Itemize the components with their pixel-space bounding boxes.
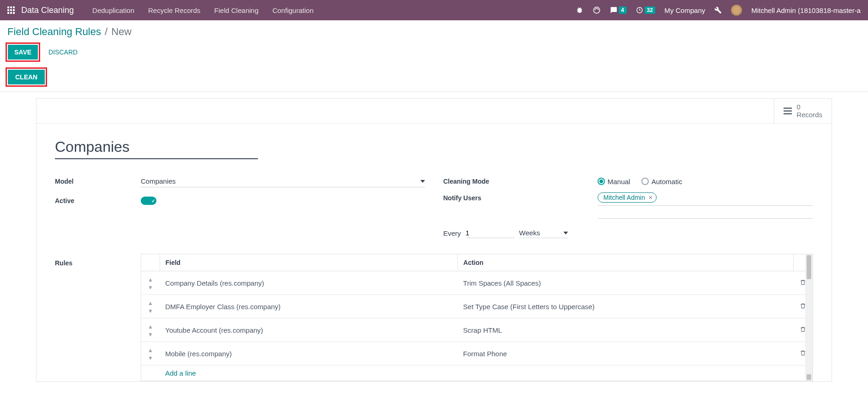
drag-handle-icon[interactable]: ▲▼ <box>148 276 153 291</box>
rules-header-row: Field Action <box>141 254 813 271</box>
interval-unit-value: Weeks <box>519 229 540 237</box>
cleaning-mode-radio-group: Manual Automatic <box>598 178 682 186</box>
breadcrumb: Field Cleaning Rules / New <box>0 20 868 41</box>
mode-automatic-label: Automatic <box>652 178 682 186</box>
add-line-link[interactable]: Add a line <box>165 369 196 377</box>
rule-action-cell[interactable]: Trim Spaces (All Spaces) <box>458 271 793 295</box>
model-label: Model <box>55 178 141 185</box>
model-select[interactable]: Companies <box>141 175 425 187</box>
rule-action-cell[interactable]: Set Type Case (First Letters to Uppercas… <box>458 295 793 318</box>
tag-remove-icon[interactable]: × <box>649 194 652 201</box>
secondary-actions: CLEAN <box>0 65 868 92</box>
active-label: Active <box>55 197 141 204</box>
interval-unit-select[interactable]: Weeks <box>519 228 568 238</box>
nav-left: Data Cleaning Deduplication Recycle Reco… <box>7 6 313 15</box>
chevron-down-icon <box>563 232 568 234</box>
drag-handle-icon[interactable]: ▲▼ <box>148 347 153 361</box>
form-left-col: Model Companies Active <box>55 173 425 238</box>
highlight-save-annotation: SAVE <box>6 42 40 62</box>
notify-users-row: Notify Users Mitchell Admin × <box>443 192 814 219</box>
messaging-icon[interactable]: 4 <box>610 6 627 14</box>
nav-recycle-records[interactable]: Recycle Records <box>148 6 200 14</box>
debug-icon[interactable] <box>576 6 583 14</box>
list-icon <box>784 108 792 114</box>
form-body: Model Companies Active <box>36 124 832 381</box>
drag-handle-icon[interactable]: ▲▼ <box>148 323 153 338</box>
notify-users-tags[interactable]: Mitchell Admin × <box>598 192 814 206</box>
rule-field-cell[interactable]: Mobile (res.company) <box>160 342 458 365</box>
rule-field-cell[interactable]: Company Details (res.company) <box>160 271 458 295</box>
table-row[interactable]: ▲▼Youtube Account (res.company)Scrap HTM… <box>141 318 813 342</box>
breadcrumb-parent[interactable]: Field Cleaning Rules <box>7 26 101 38</box>
nav-configuration[interactable]: Configuration <box>272 6 313 14</box>
form-right-col: Cleaning Mode Manual Automatic <box>443 173 814 238</box>
table-row[interactable]: ▲▼Company Details (res.company)Trim Spac… <box>141 271 813 295</box>
notify-user-tag: Mitchell Admin × <box>598 192 657 203</box>
rule-action-cell[interactable]: Scrap HTML <box>458 318 793 342</box>
app-brand[interactable]: Data Cleaning <box>21 6 74 15</box>
stat-bar: 0 Records <box>36 99 832 124</box>
interval-row: Every Weeks <box>443 228 814 238</box>
mode-automatic-radio[interactable]: Automatic <box>641 178 682 186</box>
mode-manual-radio[interactable]: Manual <box>598 178 630 186</box>
avatar[interactable] <box>731 5 742 16</box>
records-count-block: 0 Records <box>796 103 822 119</box>
activities-badge: 32 <box>645 6 655 14</box>
rules-scrollbar[interactable] <box>805 254 813 381</box>
radio-checked-icon <box>598 178 605 185</box>
rule-field-cell[interactable]: Youtube Account (res.company) <box>160 318 458 342</box>
breadcrumb-separator: / <box>105 26 108 38</box>
add-line-row: Add a line <box>141 365 813 381</box>
drag-handle-icon[interactable]: ▲▼ <box>148 300 153 314</box>
cleaning-mode-label: Cleaning Mode <box>443 178 598 185</box>
rules-table: Field Action ▲▼Company Details (res.comp… <box>141 254 813 381</box>
svg-point-0 <box>593 7 600 13</box>
mode-manual-label: Manual <box>608 178 630 186</box>
primary-actions: SAVE DISCARD <box>0 41 868 65</box>
interval-every-label: Every <box>443 229 461 237</box>
notify-users-extra-input[interactable] <box>598 209 814 219</box>
support-icon[interactable] <box>593 6 601 14</box>
top-navbar: Data Cleaning Deduplication Recycle Reco… <box>0 0 868 20</box>
breadcrumb-current: New <box>111 26 132 38</box>
clean-button[interactable]: CLEAN <box>8 70 45 84</box>
apps-icon[interactable] <box>7 6 15 14</box>
discard-button[interactable]: DISCARD <box>42 45 84 60</box>
form-wrap: 0 Records Model Companies <box>0 92 868 382</box>
form-grid: Model Companies Active <box>55 173 813 238</box>
cleaning-mode-row: Cleaning Mode Manual Automatic <box>443 173 814 190</box>
interval-number-input[interactable] <box>466 228 515 238</box>
nav-field-cleaning[interactable]: Field Cleaning <box>214 6 258 14</box>
rules-header-handle <box>141 254 160 271</box>
rules-header-field[interactable]: Field <box>160 254 458 271</box>
active-toggle[interactable] <box>141 197 156 205</box>
company-selector[interactable]: My Company <box>664 6 705 14</box>
save-button[interactable]: SAVE <box>8 45 38 60</box>
tools-icon[interactable] <box>714 6 722 14</box>
chevron-down-icon <box>420 180 425 183</box>
nav-deduplication[interactable]: Deduplication <box>92 6 134 14</box>
radio-unchecked-icon <box>641 178 649 185</box>
records-count: 0 <box>796 103 822 111</box>
rules-label: Rules <box>55 254 141 381</box>
rules-section: Rules Field Action ▲▼Company Details (re… <box>55 254 813 381</box>
rule-name-input[interactable] <box>55 138 258 159</box>
activities-icon[interactable]: 32 <box>636 6 655 14</box>
rule-action-cell[interactable]: Format Phone <box>458 342 793 365</box>
table-row[interactable]: ▲▼DMFA Employer Class (res.company)Set T… <box>141 295 813 318</box>
model-value: Companies <box>141 177 176 185</box>
user-menu[interactable]: Mitchell Admin (18103818-master-a <box>751 6 861 14</box>
rules-header-action[interactable]: Action <box>458 254 793 271</box>
form-card: 0 Records Model Companies <box>36 98 832 382</box>
active-field-row: Active <box>55 192 425 209</box>
notify-user-tag-label: Mitchell Admin <box>604 194 645 201</box>
table-row[interactable]: ▲▼Mobile (res.company)Format Phone <box>141 342 813 365</box>
highlight-clean-annotation: CLEAN <box>6 67 47 87</box>
notify-users-label: Notify Users <box>443 192 598 202</box>
records-label: Records <box>796 111 822 119</box>
nav-menu: Deduplication Recycle Records Field Clea… <box>92 6 313 14</box>
records-stat-button[interactable]: 0 Records <box>774 99 832 123</box>
messages-badge: 4 <box>619 6 627 14</box>
rule-field-cell[interactable]: DMFA Employer Class (res.company) <box>160 295 458 318</box>
nav-right: 4 32 My Company Mitchell Admin (18103818… <box>576 5 861 16</box>
